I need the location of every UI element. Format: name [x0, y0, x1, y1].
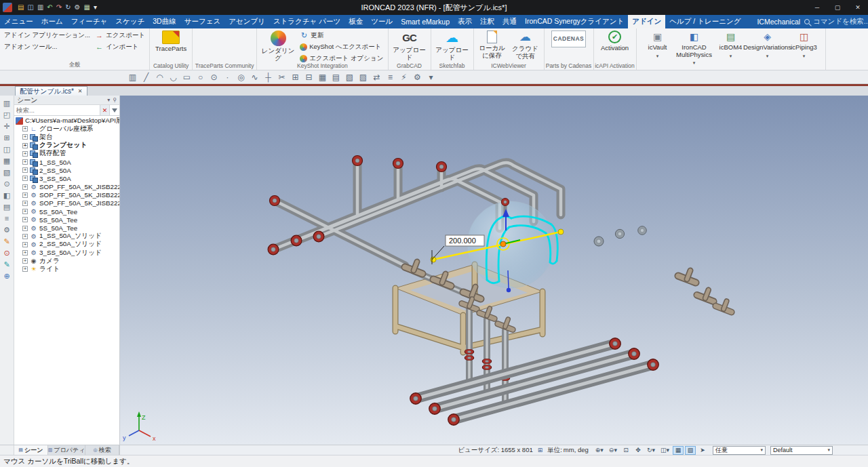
tab-common[interactable]: 共通: [498, 15, 521, 28]
panel-tab-scene[interactable]: ▤ シーン: [14, 445, 48, 455]
tree-item[interactable]: + 5S_50A_Tee: [14, 216, 119, 224]
document-tab-close-icon[interactable]: ✕: [78, 88, 83, 94]
expand-toggle[interactable]: +: [22, 192, 28, 198]
traceparts-button[interactable]: TraceParts: [153, 30, 189, 53]
tab-tools[interactable]: ツール: [367, 15, 397, 28]
grid-icon[interactable]: ▦: [3, 157, 10, 165]
expand-toggle[interactable]: +: [22, 217, 28, 222]
panel-tab-search[interactable]: ◎ 検索: [85, 445, 119, 455]
share-cloud-button[interactable]: ☁ クラウドで共有: [510, 30, 541, 60]
tree-item[interactable]: + ライト: [14, 265, 119, 273]
circle-tool-icon[interactable]: ○: [195, 71, 206, 83]
layers-icon[interactable]: ▤: [3, 203, 10, 211]
selection-filter-icon[interactable]: ▧: [685, 446, 696, 455]
addin-applications-button[interactable]: アドイン アプリケーション...: [3, 30, 92, 41]
tree-item[interactable]: + 1_SS_50A_ソリッド: [14, 232, 119, 241]
save-icon[interactable]: ◫: [27, 3, 33, 12]
addon-tools-button[interactable]: アドオン ツール...: [3, 41, 92, 52]
open-scene-icon[interactable]: ▤: [18, 3, 24, 12]
expand-toggle[interactable]: +: [22, 126, 28, 131]
tab-smart-emarkup[interactable]: Smart eMarkup: [397, 15, 454, 28]
export-button[interactable]: →エクスポート: [94, 30, 146, 41]
search-filter-button[interactable]: [109, 105, 119, 115]
maximize-button[interactable]: ▢: [827, 0, 848, 15]
expand-toggle[interactable]: +: [22, 266, 28, 272]
refresh-icon[interactable]: ↻: [65, 3, 71, 12]
tab-surface[interactable]: サーフェス: [180, 15, 224, 28]
viewport-3d[interactable]: 200.000 Z x y: [120, 96, 868, 445]
panel-pin-icon[interactable]: ⚲: [113, 97, 117, 103]
tab-assembly[interactable]: アセンブリ: [224, 15, 269, 28]
sketch-pencil-icon[interactable]: ✎: [3, 261, 9, 268]
expand-toggle[interactable]: +: [22, 234, 28, 239]
scene-search-input[interactable]: [14, 105, 100, 115]
concentric-circle-icon[interactable]: ⊙: [208, 71, 220, 83]
copy-tool-icon[interactable]: ⊞: [290, 71, 301, 83]
search-clear-button[interactable]: ✕: [100, 105, 109, 115]
expand-toggle[interactable]: +: [22, 209, 28, 214]
expand-toggle[interactable]: +: [22, 242, 28, 247]
sketchfab-upload-button[interactable]: ☁ アップロード: [434, 30, 471, 61]
expand-toggle[interactable]: +: [22, 201, 28, 206]
tree-item[interactable]: + 5S_50A_Tee: [14, 207, 119, 216]
expand-toggle[interactable]: +: [22, 159, 28, 165]
pattern-rows-icon[interactable]: ▤: [330, 71, 342, 83]
expand-toggle[interactable]: +: [22, 167, 28, 173]
activation-button[interactable]: ✔ Activation: [597, 30, 633, 52]
tree-item[interactable]: + SOP_FF_50A_5K_JISB2220: [14, 183, 119, 191]
target-circle-icon[interactable]: ◎: [235, 71, 247, 83]
tree-item[interactable]: + 既存配管: [14, 150, 119, 158]
more-tools-icon[interactable]: ▾: [425, 71, 437, 83]
panel-tab-properties[interactable]: ▥ プロパティ: [48, 445, 86, 455]
tree-item[interactable]: + 5S_50A_Tee: [14, 224, 119, 232]
annotate-pencil-icon[interactable]: ✎: [3, 238, 9, 245]
tree-item[interactable]: + 架台: [14, 133, 119, 141]
expand-toggle[interactable]: +: [22, 176, 28, 181]
line-tool-icon[interactable]: ╱: [140, 71, 152, 83]
expand-toggle[interactable]: +: [22, 184, 28, 190]
tab-3d-curve[interactable]: 3D曲線: [149, 15, 180, 28]
triball-handle-right[interactable]: [558, 229, 564, 235]
list-view-icon[interactable]: ≡: [384, 71, 396, 83]
document-tab[interactable]: 配管サンプル.ics* ✕: [15, 86, 87, 96]
pattern-grid-icon[interactable]: ▦: [317, 71, 328, 83]
mirror-tool-icon[interactable]: ▧: [344, 71, 355, 83]
tab-feature[interactable]: フィーチャ: [67, 15, 111, 28]
tab-help-training[interactable]: ヘルプ / トレーニング: [665, 15, 745, 28]
render-display-mode-icon[interactable]: ▦: [673, 446, 684, 455]
keyshot-update-button[interactable]: ↻更新: [298, 30, 384, 41]
dimension-input[interactable]: 200.000: [446, 235, 484, 246]
display-mode-icon[interactable]: ▥: [127, 71, 138, 83]
icvault-button[interactable]: ▣ icVault: [639, 30, 676, 67]
tab-sketch[interactable]: スケッチ: [111, 15, 149, 28]
save-local-button[interactable]: ローカルに保存: [477, 30, 508, 59]
expand-toggle[interactable]: +: [22, 134, 28, 140]
tree-item[interactable]: + 3_SS_50A: [14, 174, 119, 182]
zoom-window-icon[interactable]: ⊡: [620, 446, 631, 455]
tab-sheet-metal[interactable]: 板金: [344, 15, 367, 28]
tree-item[interactable]: + 2_SS_50A_ソリッド: [14, 241, 119, 249]
locate-icon[interactable]: ⊕: [3, 272, 9, 280]
tree-item[interactable]: C:¥Users¥a-mat¥Desktop¥API展示会セ: [14, 117, 119, 125]
tree-item[interactable]: + 3_SS_50A_ソリッド: [14, 249, 119, 257]
scene-browser-toggle-icon[interactable]: ▥: [3, 100, 10, 107]
tree-item[interactable]: + カメラ: [14, 257, 119, 265]
structure-list-icon[interactable]: ≡: [5, 215, 9, 222]
tree-item[interactable]: + 2_SS_50A: [14, 166, 119, 174]
close-button[interactable]: ✕: [848, 0, 868, 15]
rectangle-tool-icon[interactable]: ▭: [181, 71, 193, 83]
grabcad-upload-button[interactable]: GC アップロード: [391, 30, 428, 61]
swap-view-icon[interactable]: ⇄: [371, 71, 382, 83]
pan-icon[interactable]: ✥: [633, 446, 644, 455]
orbit-icon[interactable]: ↻▾: [645, 446, 657, 455]
expand-toggle[interactable]: +: [22, 226, 28, 231]
select-tool-icon[interactable]: ✛: [3, 123, 9, 130]
half-section-icon[interactable]: ◧: [3, 192, 10, 199]
panel-menu-icon[interactable]: ▾: [107, 97, 110, 103]
quick-render-icon[interactable]: ⚡: [398, 71, 410, 83]
keyshot-export-button[interactable]: KeyShot へエクスポート: [298, 41, 384, 52]
tab-menu[interactable]: メニュー: [0, 15, 37, 28]
redo-icon[interactable]: ↷: [56, 3, 62, 12]
multiphysics-button[interactable]: ◧ IronCAD MultiPhysics: [676, 30, 713, 67]
expand-toggle[interactable]: +: [22, 151, 28, 157]
